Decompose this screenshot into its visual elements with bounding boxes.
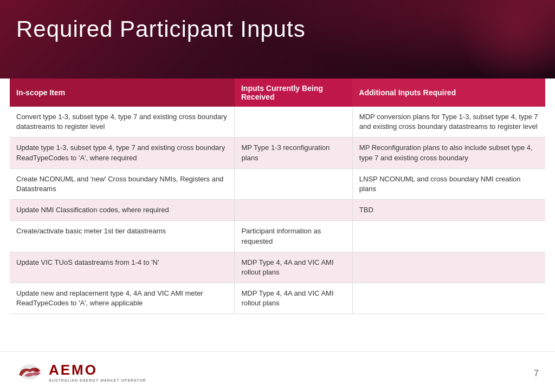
logo-subtitle-text: Australian Energy Market Operator bbox=[49, 378, 146, 382]
table-row: Convert type 1-3, subset type 4, type 7 … bbox=[10, 107, 545, 138]
table-row: Update VIC TUoS datastreams from 1-4 to … bbox=[10, 252, 545, 283]
table-cell-r6-c1: MDP Type 4, 4A and VIC AMI rollout plans bbox=[235, 283, 352, 314]
table-cell-r0-c1 bbox=[235, 107, 352, 138]
table-cell-r0-c0: Convert type 1-3, subset type 4, type 7 … bbox=[10, 107, 235, 138]
deco-circle bbox=[457, 0, 555, 87]
header-in-scope-item: In-scope Item bbox=[10, 79, 235, 107]
slide: Required Participant Inputs In-scope Ite… bbox=[0, 0, 555, 392]
table-cell-r2-c0: Create NCONUML and 'new' Cross boundary … bbox=[10, 168, 235, 199]
logo-area: AEMO Australian Energy Market Operator bbox=[16, 361, 146, 383]
table-row: Update type 1-3, subset type 4, type 7 a… bbox=[10, 138, 545, 168]
page-number: 7 bbox=[534, 369, 539, 378]
table-cell-r0-c2: MDP conversion plans for Type 1-3, subse… bbox=[352, 107, 545, 138]
table-row: Update new and replacement type 4, 4A an… bbox=[10, 283, 545, 314]
table-row: Create NCONUML and 'new' Cross boundary … bbox=[10, 168, 545, 199]
footer: AEMO Australian Energy Market Operator 7 bbox=[0, 351, 555, 392]
table-cell-r1-c0: Update type 1-3, subset type 4, type 7 a… bbox=[10, 138, 235, 168]
table-cell-r3-c1 bbox=[235, 200, 352, 221]
table-cell-r1-c2: MP Reconfiguration plans to also include… bbox=[352, 138, 545, 168]
table-cell-r2-c1 bbox=[235, 168, 352, 199]
logo-text: AEMO Australian Energy Market Operator bbox=[49, 362, 146, 382]
aemo-logo-icon bbox=[16, 361, 43, 383]
table-cell-r3-c0: Update NMI Classification codes, where r… bbox=[10, 200, 235, 221]
table-row: Update NMI Classification codes, where r… bbox=[10, 200, 545, 221]
header-inputs-received: Inputs Currently Being Received bbox=[235, 79, 352, 107]
table-cell-r5-c1: MDP Type 4, 4A and VIC AMI rollout plans bbox=[235, 252, 352, 283]
main-table: In-scope Item Inputs Currently Being Rec… bbox=[10, 79, 545, 314]
table-cell-r6-c0: Update new and replacement type 4, 4A an… bbox=[10, 283, 235, 314]
table-cell-r6-c2 bbox=[352, 283, 545, 314]
table-header-row: In-scope Item Inputs Currently Being Rec… bbox=[10, 79, 545, 107]
table-cell-r3-c2: TBD bbox=[352, 200, 545, 221]
header-additional-inputs: Additional Inputs Required bbox=[352, 79, 545, 107]
table-cell-r5-c0: Update VIC TUoS datastreams from 1-4 to … bbox=[10, 252, 235, 283]
table-cell-r4-c0: Create/activate basic meter 1st tier dat… bbox=[10, 221, 235, 252]
table-cell-r1-c1: MP Type 1-3 reconfiguration plans bbox=[235, 138, 352, 168]
logo-aemo-text: AEMO bbox=[49, 362, 146, 378]
svg-point-1 bbox=[35, 368, 38, 371]
page-title: Required Participant Inputs bbox=[16, 16, 306, 42]
table-cell-r2-c2: LNSP NCONUML and cross boundary NMI crea… bbox=[352, 168, 545, 199]
table-cell-r4-c1: Participant information as requested bbox=[235, 221, 352, 252]
table-cell-r4-c2 bbox=[352, 221, 545, 252]
table-container: In-scope Item Inputs Currently Being Rec… bbox=[10, 79, 545, 349]
table-row: Create/activate basic meter 1st tier dat… bbox=[10, 221, 545, 252]
table-cell-r5-c2 bbox=[352, 252, 545, 283]
